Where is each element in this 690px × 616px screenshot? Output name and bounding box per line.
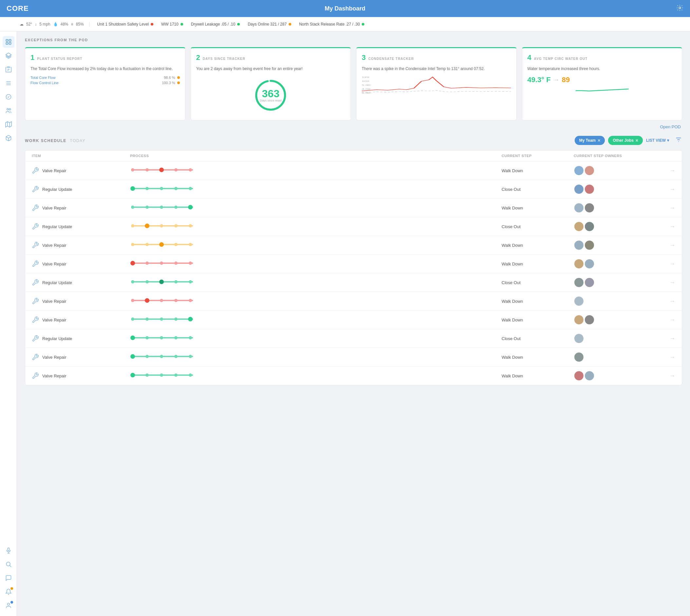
row-arrow[interactable]: → [659,373,675,379]
svg-point-63 [159,242,164,247]
owners-cell [574,184,659,194]
row-arrow[interactable]: → [659,298,675,305]
process-bar [130,204,195,210]
sidebar-item-layers[interactable] [3,50,15,62]
sidebar-item-mic[interactable] [3,545,15,556]
metric1-name: Total Core Flow [30,75,55,80]
svg-point-100 [174,355,177,358]
page-title: My Dashboard [325,5,365,12]
sidebar-item-notifications[interactable] [3,586,15,598]
item-cell: Valve Repair [32,167,130,174]
svg-line-23 [9,566,11,567]
main-content: EXCEPTIONS FROM THE POD 1 PLANT STATUS R… [17,31,690,616]
temp-to: 89 [562,75,570,84]
open-pod-link[interactable]: Open POD [25,124,682,129]
process-bar [130,335,195,340]
avatar [584,203,595,213]
my-team-close[interactable]: × [598,138,600,143]
process-bar [130,316,195,322]
table-row: Valve Repair Walk Down [25,236,682,255]
item-cell: Valve Repair [32,372,130,379]
avatar [584,277,595,288]
drywell-label: Drywell Leakage .05 / .10 [191,22,235,26]
sidebar-item-cube[interactable] [3,132,15,144]
wrench-icon [32,335,39,342]
status-ww1710: WW 1710 [161,22,183,26]
other-jobs-filter[interactable]: Other Jobs × [608,136,643,145]
sidebar-item-list[interactable] [3,77,15,89]
svg-point-39 [159,168,164,172]
sidebar-item-clipboard[interactable] [3,64,15,75]
svg-point-93 [160,336,163,339]
sidebar-item-search[interactable] [3,558,15,570]
sidebar-item-profile[interactable] [3,600,15,611]
wind-icon: ↓ [35,22,37,26]
owners-cell [574,277,659,288]
svg-rect-2 [9,40,11,42]
svg-point-104 [145,373,149,377]
svg-point-38 [145,168,149,172]
svg-point-40 [174,168,177,172]
profile-badge [11,601,13,603]
avatar [574,221,584,232]
exceptions-section-header: EXCEPTIONS FROM THE POD [25,38,682,42]
svg-text:0.00: 0.00 [362,92,371,94]
row-arrow[interactable]: → [659,186,675,193]
row-arrow[interactable]: → [659,279,675,286]
item-label: Regular Update [42,187,72,192]
col-process: Process [130,154,502,158]
humidity: 48% [61,22,68,26]
other-jobs-close[interactable]: × [635,138,638,143]
row-arrow[interactable]: → [659,335,675,342]
row-arrow[interactable]: → [659,223,675,230]
row-arrow[interactable]: → [659,261,675,267]
svg-point-101 [189,355,192,358]
temp-arrow-icon: → [553,76,559,84]
svg-point-51 [160,205,163,209]
row-arrow[interactable]: → [659,204,675,212]
exceptions-grid: 1 PLANT STATUS REPORT The Total Core Flo… [25,47,682,120]
svg-rect-6 [7,67,9,68]
svg-point-61 [131,243,134,246]
process-cell [130,354,502,360]
item-label: Regular Update [42,224,72,229]
settings-icon[interactable] [676,4,684,13]
my-team-filter[interactable]: My Team × [575,136,605,145]
avatar [574,259,584,269]
exception-card-1: 1 PLANT STATUS REPORT The Total Core Flo… [25,47,185,120]
list-view-label: LIST VIEW [646,138,666,143]
row-arrow[interactable]: → [659,167,675,174]
filter-settings-icon[interactable] [675,136,682,145]
process-bar [130,279,195,284]
step-cell: Walk Down [502,168,574,173]
avatar [584,184,595,194]
list-view-button[interactable]: LIST VIEW ▾ [646,138,669,143]
sidebar-item-map[interactable] [3,118,15,130]
item-label: Valve Repair [42,168,66,173]
avatar [574,184,584,194]
svg-point-44 [145,187,149,190]
north-stack-indicator [362,23,364,25]
item-label: Valve Repair [42,355,66,360]
days-circle: 363 Days since reset [254,79,287,112]
avatar [584,314,595,325]
avatar [584,240,595,250]
process-cell [130,298,502,304]
svg-point-82 [174,299,177,302]
row-arrow[interactable]: → [659,354,675,361]
svg-point-50 [145,205,149,209]
wrench-icon [32,204,39,212]
card1-title: PLANT STATUS REPORT [37,57,82,61]
item-label: Valve Repair [42,373,66,378]
table-row: Regular Update Close Out → [25,329,682,348]
sidebar-item-users[interactable] [3,105,15,116]
sidebar-item-check[interactable] [3,91,15,103]
sidebar-item-chat[interactable] [3,572,15,584]
step-cell: Walk Down [502,243,574,248]
exception-card-4: 4 AVG TEMP CIRC WATER OUT Water temperat… [522,47,683,120]
row-arrow[interactable]: → [659,242,675,249]
sidebar-item-dashboard[interactable] [3,36,15,48]
step-cell: Walk Down [502,262,574,266]
row-arrow[interactable]: → [659,316,675,323]
owners-cell [574,259,659,269]
